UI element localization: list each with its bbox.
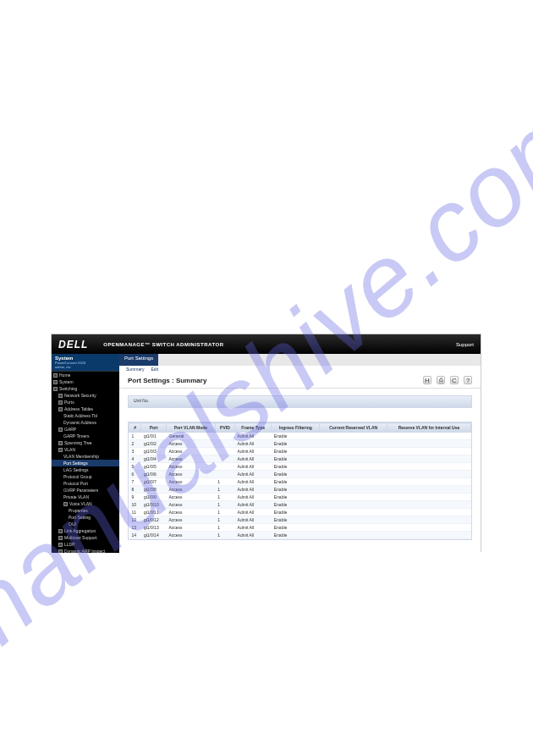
cell: Admit All — [235, 463, 272, 471]
tree-toggle-icon[interactable] — [58, 428, 63, 432]
cell: Enable — [272, 471, 320, 478]
tree-toggle-icon[interactable] — [58, 407, 63, 411]
tree-toggle-icon[interactable] — [53, 387, 58, 391]
sub-tab-row: Summary Edit — [119, 366, 481, 372]
sidebar-item-label: Home — [59, 372, 70, 378]
tree-toggle-icon[interactable] — [58, 448, 63, 452]
subtab-summary[interactable]: Summary — [126, 367, 144, 372]
sidebar-item-label: Static Address Tbl — [63, 413, 97, 418]
cell: Enable — [272, 448, 320, 455]
cell: 11 — [129, 509, 141, 516]
sidebar-item[interactable]: GVRP Parameters — [52, 487, 119, 494]
table-row[interactable]: 2gi1/0/2AccessAdmit AllEnable — [129, 440, 471, 448]
cell: Admit All — [235, 501, 272, 509]
tree-toggle-icon[interactable] — [63, 502, 68, 506]
cell — [215, 440, 234, 448]
cell: 4 — [129, 455, 141, 463]
cell: Access — [167, 448, 216, 455]
cell: gi1/0/4 — [141, 455, 167, 463]
sidebar-item[interactable]: Network Security — [52, 392, 119, 399]
sidebar-item[interactable]: Switching — [52, 385, 119, 392]
table-row[interactable]: 9gi1/0/9Access1Admit AllEnable — [129, 494, 471, 501]
tree-toggle-icon[interactable] — [58, 441, 63, 445]
sidebar-item[interactable]: Dynamic Address — [52, 419, 119, 426]
sidebar-item[interactable]: Spanning Tree — [52, 439, 119, 446]
tree-toggle-icon[interactable] — [58, 529, 63, 533]
cell: Access — [167, 532, 216, 539]
table-row[interactable]: 7gi1/0/7Access1Admit AllEnable — [129, 478, 471, 486]
sidebar-item[interactable]: Home — [52, 372, 119, 378]
sidebar-item[interactable]: Voice VLAN — [52, 500, 119, 507]
sidebar-item[interactable]: LAG Settings — [52, 466, 119, 473]
sidebar-item[interactable]: Private VLAN — [52, 494, 119, 500]
sidebar-item[interactable]: Properties — [52, 507, 119, 514]
sidebar-item[interactable]: GARP — [52, 426, 119, 433]
tree-toggle-icon[interactable] — [53, 373, 58, 378]
sidebar-item-label: GARP Timers — [63, 433, 89, 439]
sidebar-item-label: Network Security — [64, 393, 96, 398]
sidebar-item[interactable]: Ports — [52, 399, 119, 406]
cell: gi1/0/12 — [141, 516, 167, 524]
sidebar-item[interactable]: Link Aggregation — [52, 527, 119, 534]
sidebar-item[interactable]: Port Setting — [52, 514, 119, 521]
sidebar-item[interactable]: GARP Timers — [52, 433, 119, 439]
cell: Enable — [272, 516, 320, 524]
table-row[interactable]: 4gi1/0/4AccessAdmit AllEnable — [129, 455, 471, 463]
help-icon[interactable]: ? — [464, 376, 472, 384]
cell: Enable — [272, 455, 320, 463]
cell — [320, 486, 387, 494]
sidebar-item[interactable]: Address Tables — [52, 406, 119, 412]
sidebar-item[interactable]: VLAN Membership — [52, 453, 119, 460]
sidebar-item[interactable]: Dynamic ARP Inspect — [52, 548, 119, 553]
cell — [320, 478, 387, 486]
sidebar-item-label: Protocol Port — [63, 481, 88, 486]
table-row[interactable]: 1gi1/0/1GeneralAdmit AllEnable — [129, 433, 471, 440]
sidebar-item[interactable]: Static Address Tbl — [52, 412, 119, 419]
cell: Access — [167, 501, 216, 509]
tab-row: Port Settings — [119, 354, 481, 366]
table-row[interactable]: 13gi1/0/13Access1Admit AllEnable — [129, 524, 471, 532]
table-row[interactable]: 11gi1/0/11Access1Admit AllEnable — [129, 509, 471, 516]
table-row[interactable]: 8gi1/0/8Access1Admit AllEnable — [129, 486, 471, 494]
cell: Access — [167, 478, 216, 486]
sidebar-item[interactable]: Port Settings — [52, 460, 119, 466]
cell: gi1/0/6 — [141, 471, 167, 478]
cell: gi1/0/10 — [141, 501, 167, 509]
sidebar-item[interactable]: VLAN — [52, 446, 119, 453]
cell — [320, 455, 387, 463]
cell — [387, 486, 470, 494]
cell — [215, 433, 234, 440]
sidebar-item-label: Properties — [69, 508, 88, 513]
cell: Access — [167, 494, 216, 501]
table-row[interactable]: 3gi1/0/3AccessAdmit AllEnable — [129, 448, 471, 455]
table-row[interactable]: 5gi1/0/5AccessAdmit AllEnable — [129, 463, 471, 471]
tree-toggle-icon[interactable] — [58, 394, 63, 398]
tree-toggle-icon[interactable] — [53, 380, 58, 384]
table-row[interactable]: 6gi1/0/6AccessAdmit AllEnable — [129, 471, 471, 478]
support-link[interactable]: Support — [456, 342, 474, 347]
tree-toggle-icon[interactable] — [58, 536, 63, 540]
sidebar-item[interactable]: Protocol Port — [52, 480, 119, 487]
sidebar-item[interactable]: Multicast Support — [52, 534, 119, 541]
sidebar-user-label: admin, r/w — [55, 365, 116, 369]
cell: 5 — [129, 463, 141, 471]
sidebar-item[interactable]: System — [52, 378, 119, 385]
table-row[interactable]: 14gi1/0/14Access1Admit AllEnable — [129, 532, 471, 539]
save-icon[interactable]: H — [423, 376, 431, 384]
tree-toggle-icon[interactable] — [58, 400, 63, 405]
cell — [387, 448, 470, 455]
subtab-edit[interactable]: Edit — [151, 367, 158, 372]
sidebar-item-label: Protocol Group — [63, 474, 92, 479]
print-icon[interactable]: ⎙ — [437, 376, 445, 384]
tree-toggle-icon[interactable] — [58, 543, 63, 547]
table-row[interactable]: 10gi1/0/10Access1Admit AllEnable — [129, 501, 471, 509]
tab-port-settings[interactable]: Port Settings — [119, 354, 158, 366]
cell: Admit All — [235, 448, 272, 455]
sidebar-item[interactable]: LLDP — [52, 541, 119, 548]
tree-toggle-icon[interactable] — [58, 549, 63, 554]
table-row[interactable]: 12gi1/0/12Access1Admit AllEnable — [129, 516, 471, 524]
refresh-icon[interactable]: C — [450, 376, 459, 384]
sidebar-item[interactable]: Protocol Group — [52, 473, 119, 480]
sidebar-item[interactable]: OUI — [52, 521, 119, 527]
vendor-logo: DELL — [58, 339, 88, 350]
